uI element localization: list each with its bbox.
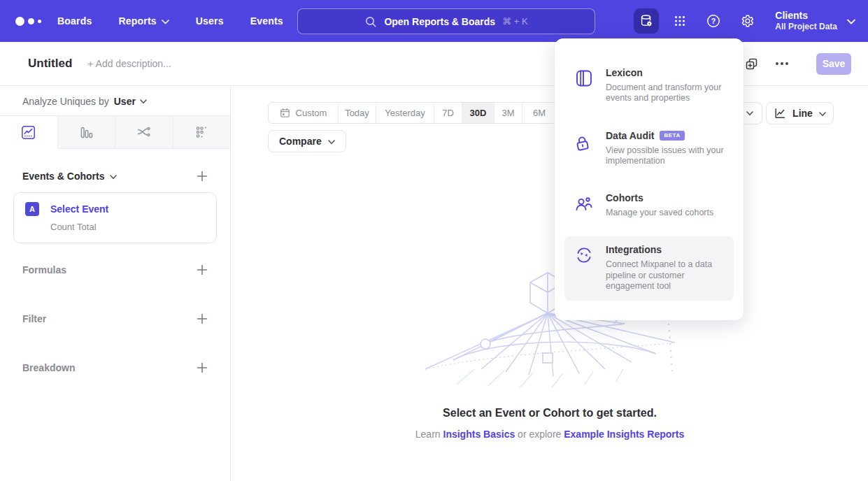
chevron-down-icon	[110, 175, 117, 180]
add-formula-button[interactable]	[195, 263, 209, 277]
line-chart-icon	[774, 107, 786, 120]
org-name: Clients	[775, 10, 837, 22]
breakdown-label: Breakdown	[22, 362, 75, 373]
compare-label: Compare	[279, 136, 322, 147]
plus-icon	[197, 171, 208, 182]
menu-item-lexicon[interactable]: Lexicon Document and transform your even…	[564, 59, 734, 113]
select-event-button[interactable]: Select Event	[50, 203, 108, 215]
more-options-button[interactable]	[770, 52, 794, 76]
breakdown-section[interactable]: Breakdown	[0, 358, 230, 378]
report-title[interactable]: Untitled	[28, 57, 72, 71]
date-range-label: Today	[345, 108, 369, 118]
chevron-down-icon	[140, 99, 147, 104]
menu-item-data-audit[interactable]: Data Audit BETA View possible issues wit…	[564, 122, 734, 176]
apps-grid-button[interactable]	[667, 8, 692, 34]
data-management-dropdown: Lexicon Document and transform your even…	[555, 38, 744, 320]
tab-flow-chart[interactable]	[115, 116, 173, 148]
gear-icon	[739, 13, 755, 29]
nav-item-label: Reports	[118, 15, 156, 27]
nav-item-label: Boards	[57, 15, 92, 27]
date-range-label: 3M	[501, 108, 514, 118]
integrations-sync-icon	[574, 245, 594, 265]
add-breakdown-button[interactable]	[195, 361, 209, 375]
settings-button[interactable]	[734, 8, 760, 34]
nav-item-label: Users	[196, 15, 224, 27]
date-range-30d[interactable]: 30D	[462, 103, 495, 123]
calendar-icon	[280, 108, 290, 118]
menu-item-cohorts[interactable]: Cohorts Manage your saved cohorts	[564, 185, 734, 227]
tab-metrics-grid[interactable]	[173, 116, 231, 148]
dots-grid-icon	[194, 125, 209, 140]
date-range-7d[interactable]: 7D	[434, 103, 462, 123]
search-shortcut: ⌘ + K	[502, 16, 528, 27]
report-description-placeholder[interactable]: + Add description...	[87, 58, 171, 69]
date-range-custom[interactable]: Custom	[269, 103, 339, 123]
example-reports-link[interactable]: Example Insights Reports	[564, 429, 684, 440]
analyze-entity-dropdown[interactable]: User	[114, 96, 147, 107]
tab-bar-chart[interactable]	[58, 116, 116, 148]
ellipsis-icon	[775, 62, 789, 66]
formulas-section[interactable]: Formulas	[0, 260, 230, 280]
insights-basics-link[interactable]: Insights Basics	[443, 429, 515, 440]
copy-plus-icon	[744, 57, 759, 71]
chevron-down-icon	[328, 140, 335, 145]
empty-state-title: Select an Event or Cohort to get started…	[232, 407, 868, 419]
formulas-label: Formulas	[22, 264, 66, 275]
event-row-card[interactable]: A Select Event Count Total	[13, 192, 217, 243]
grid-icon	[672, 13, 688, 29]
save-button[interactable]: Save	[816, 53, 851, 75]
svg-text:?: ?	[711, 17, 716, 25]
menu-item-title: Cohorts	[606, 192, 643, 203]
chart-type-tabs	[0, 115, 230, 149]
date-range-today[interactable]: Today	[339, 103, 376, 123]
date-range-label: 30D	[470, 108, 487, 118]
nav-item-users[interactable]: Users	[196, 10, 224, 32]
top-navbar: Boards Reports Users Events Open Reports…	[0, 0, 868, 42]
plus-icon	[197, 264, 208, 275]
menu-item-description: View possible issues with your implement…	[606, 145, 724, 167]
filter-section[interactable]: Filter	[0, 309, 230, 329]
chart-style-label: Line	[792, 108, 813, 119]
help-icon: ?	[706, 13, 721, 29]
subtitle-text: Learn	[415, 429, 441, 440]
add-event-button[interactable]	[195, 169, 209, 183]
tab-line-chart[interactable]	[0, 116, 58, 148]
nav-item-label: Events	[250, 15, 283, 27]
mixpanel-logo[interactable]	[15, 17, 48, 26]
add-filter-button[interactable]	[195, 312, 209, 326]
plus-icon	[197, 313, 208, 324]
nav-item-events[interactable]: Events	[250, 10, 283, 32]
help-button[interactable]: ?	[701, 8, 726, 34]
events-cohorts-label: Events & Cohorts	[22, 171, 104, 182]
event-aggregation-dropdown[interactable]: Count Total	[50, 222, 205, 232]
nav-item-boards[interactable]: Boards	[57, 10, 92, 32]
date-range-yesterday[interactable]: Yesterday	[376, 103, 434, 123]
lexicon-book-icon	[574, 69, 594, 88]
events-cohorts-header[interactable]: Events & Cohorts	[22, 171, 117, 182]
chevron-down-icon	[746, 111, 753, 116]
chart-canvas: Custom Today Yesterday 7D 30D 3M 6M Comp…	[232, 87, 868, 481]
flow-icon	[136, 125, 151, 140]
date-range-3m[interactable]: 3M	[495, 103, 522, 123]
data-management-button[interactable]	[634, 8, 659, 34]
nav-item-reports[interactable]: Reports	[118, 10, 169, 32]
menu-item-title: Data Audit	[606, 130, 654, 141]
date-range-control: Custom Today Yesterday 7D 30D 3M 6M	[268, 102, 557, 124]
menu-item-integrations[interactable]: Integrations Connect Mixpanel to a data …	[564, 236, 734, 301]
beta-badge: BETA	[660, 131, 684, 141]
date-range-6m[interactable]: 6M	[522, 103, 556, 123]
project-switcher[interactable]: Clients All Project Data	[775, 10, 855, 33]
date-range-label: Custom	[296, 108, 327, 118]
event-letter-badge: A	[25, 202, 39, 216]
compare-dropdown[interactable]: Compare	[268, 130, 346, 152]
filter-label: Filter	[22, 313, 46, 324]
chevron-down-icon	[819, 112, 826, 117]
cohorts-people-icon	[574, 194, 594, 213]
analyze-entity-value: User	[114, 96, 136, 107]
bar-chart-icon	[79, 125, 94, 140]
date-range-label: 7D	[442, 108, 454, 118]
chart-style-dropdown[interactable]: Line	[766, 102, 834, 124]
plus-icon	[197, 362, 208, 373]
analyze-label: Analyze Uniques by	[22, 96, 109, 107]
global-search-input[interactable]: Open Reports & Boards ⌘ + K	[297, 8, 595, 34]
